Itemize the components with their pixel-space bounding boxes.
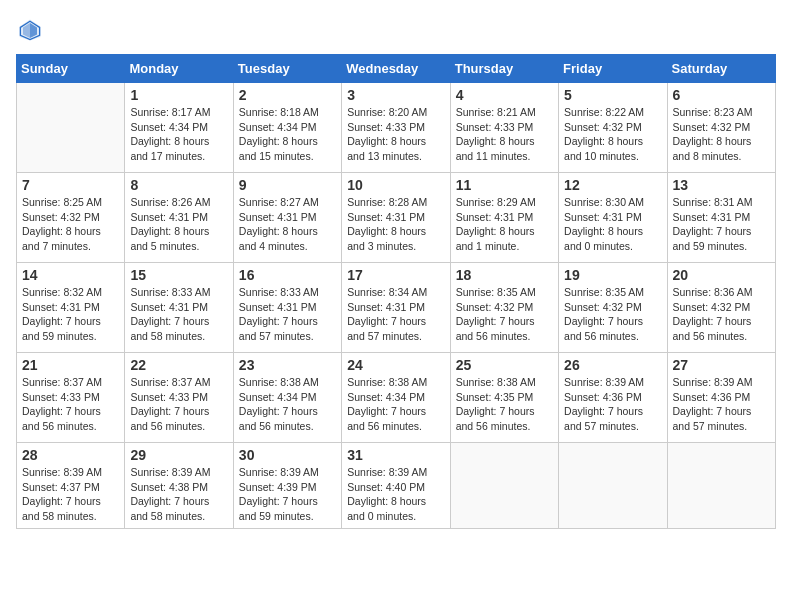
calendar-cell bbox=[17, 83, 125, 173]
calendar-cell: 29Sunrise: 8:39 AMSunset: 4:38 PMDayligh… bbox=[125, 443, 233, 529]
cell-info: Sunrise: 8:39 AMSunset: 4:36 PMDaylight:… bbox=[673, 375, 770, 434]
cell-info: Sunrise: 8:17 AMSunset: 4:34 PMDaylight:… bbox=[130, 105, 227, 164]
weekday-header: Tuesday bbox=[233, 55, 341, 83]
day-number: 27 bbox=[673, 357, 770, 373]
cell-info: Sunrise: 8:23 AMSunset: 4:32 PMDaylight:… bbox=[673, 105, 770, 164]
calendar-cell: 28Sunrise: 8:39 AMSunset: 4:37 PMDayligh… bbox=[17, 443, 125, 529]
weekday-header-row: SundayMondayTuesdayWednesdayThursdayFrid… bbox=[17, 55, 776, 83]
calendar-cell: 10Sunrise: 8:28 AMSunset: 4:31 PMDayligh… bbox=[342, 173, 450, 263]
day-number: 13 bbox=[673, 177, 770, 193]
calendar-cell bbox=[450, 443, 558, 529]
calendar-cell: 11Sunrise: 8:29 AMSunset: 4:31 PMDayligh… bbox=[450, 173, 558, 263]
cell-info: Sunrise: 8:33 AMSunset: 4:31 PMDaylight:… bbox=[239, 285, 336, 344]
calendar-cell: 27Sunrise: 8:39 AMSunset: 4:36 PMDayligh… bbox=[667, 353, 775, 443]
day-number: 31 bbox=[347, 447, 444, 463]
calendar-cell: 31Sunrise: 8:39 AMSunset: 4:40 PMDayligh… bbox=[342, 443, 450, 529]
day-number: 2 bbox=[239, 87, 336, 103]
calendar-cell: 2Sunrise: 8:18 AMSunset: 4:34 PMDaylight… bbox=[233, 83, 341, 173]
cell-info: Sunrise: 8:18 AMSunset: 4:34 PMDaylight:… bbox=[239, 105, 336, 164]
logo-icon bbox=[16, 16, 44, 44]
cell-info: Sunrise: 8:38 AMSunset: 4:35 PMDaylight:… bbox=[456, 375, 553, 434]
cell-info: Sunrise: 8:28 AMSunset: 4:31 PMDaylight:… bbox=[347, 195, 444, 254]
cell-info: Sunrise: 8:39 AMSunset: 4:36 PMDaylight:… bbox=[564, 375, 661, 434]
cell-info: Sunrise: 8:31 AMSunset: 4:31 PMDaylight:… bbox=[673, 195, 770, 254]
cell-info: Sunrise: 8:29 AMSunset: 4:31 PMDaylight:… bbox=[456, 195, 553, 254]
calendar-cell: 13Sunrise: 8:31 AMSunset: 4:31 PMDayligh… bbox=[667, 173, 775, 263]
cell-info: Sunrise: 8:32 AMSunset: 4:31 PMDaylight:… bbox=[22, 285, 119, 344]
calendar-cell: 22Sunrise: 8:37 AMSunset: 4:33 PMDayligh… bbox=[125, 353, 233, 443]
calendar-cell: 16Sunrise: 8:33 AMSunset: 4:31 PMDayligh… bbox=[233, 263, 341, 353]
day-number: 29 bbox=[130, 447, 227, 463]
calendar-cell: 18Sunrise: 8:35 AMSunset: 4:32 PMDayligh… bbox=[450, 263, 558, 353]
cell-info: Sunrise: 8:34 AMSunset: 4:31 PMDaylight:… bbox=[347, 285, 444, 344]
cell-info: Sunrise: 8:25 AMSunset: 4:32 PMDaylight:… bbox=[22, 195, 119, 254]
calendar-cell: 7Sunrise: 8:25 AMSunset: 4:32 PMDaylight… bbox=[17, 173, 125, 263]
cell-info: Sunrise: 8:39 AMSunset: 4:40 PMDaylight:… bbox=[347, 465, 444, 524]
cell-info: Sunrise: 8:22 AMSunset: 4:32 PMDaylight:… bbox=[564, 105, 661, 164]
calendar-cell: 19Sunrise: 8:35 AMSunset: 4:32 PMDayligh… bbox=[559, 263, 667, 353]
cell-info: Sunrise: 8:37 AMSunset: 4:33 PMDaylight:… bbox=[22, 375, 119, 434]
day-number: 4 bbox=[456, 87, 553, 103]
day-number: 14 bbox=[22, 267, 119, 283]
weekday-header: Thursday bbox=[450, 55, 558, 83]
day-number: 23 bbox=[239, 357, 336, 373]
day-number: 26 bbox=[564, 357, 661, 373]
day-number: 20 bbox=[673, 267, 770, 283]
day-number: 12 bbox=[564, 177, 661, 193]
calendar-cell: 26Sunrise: 8:39 AMSunset: 4:36 PMDayligh… bbox=[559, 353, 667, 443]
calendar-cell: 8Sunrise: 8:26 AMSunset: 4:31 PMDaylight… bbox=[125, 173, 233, 263]
calendar-cell: 1Sunrise: 8:17 AMSunset: 4:34 PMDaylight… bbox=[125, 83, 233, 173]
day-number: 15 bbox=[130, 267, 227, 283]
calendar-week-row: 7Sunrise: 8:25 AMSunset: 4:32 PMDaylight… bbox=[17, 173, 776, 263]
calendar-cell: 20Sunrise: 8:36 AMSunset: 4:32 PMDayligh… bbox=[667, 263, 775, 353]
calendar-cell: 14Sunrise: 8:32 AMSunset: 4:31 PMDayligh… bbox=[17, 263, 125, 353]
calendar-week-row: 28Sunrise: 8:39 AMSunset: 4:37 PMDayligh… bbox=[17, 443, 776, 529]
weekday-header: Wednesday bbox=[342, 55, 450, 83]
calendar-cell: 23Sunrise: 8:38 AMSunset: 4:34 PMDayligh… bbox=[233, 353, 341, 443]
calendar-cell: 4Sunrise: 8:21 AMSunset: 4:33 PMDaylight… bbox=[450, 83, 558, 173]
cell-info: Sunrise: 8:26 AMSunset: 4:31 PMDaylight:… bbox=[130, 195, 227, 254]
weekday-header: Sunday bbox=[17, 55, 125, 83]
day-number: 21 bbox=[22, 357, 119, 373]
cell-info: Sunrise: 8:35 AMSunset: 4:32 PMDaylight:… bbox=[564, 285, 661, 344]
calendar-cell: 21Sunrise: 8:37 AMSunset: 4:33 PMDayligh… bbox=[17, 353, 125, 443]
day-number: 28 bbox=[22, 447, 119, 463]
day-number: 24 bbox=[347, 357, 444, 373]
cell-info: Sunrise: 8:39 AMSunset: 4:39 PMDaylight:… bbox=[239, 465, 336, 524]
cell-info: Sunrise: 8:35 AMSunset: 4:32 PMDaylight:… bbox=[456, 285, 553, 344]
cell-info: Sunrise: 8:37 AMSunset: 4:33 PMDaylight:… bbox=[130, 375, 227, 434]
day-number: 1 bbox=[130, 87, 227, 103]
cell-info: Sunrise: 8:20 AMSunset: 4:33 PMDaylight:… bbox=[347, 105, 444, 164]
cell-info: Sunrise: 8:39 AMSunset: 4:37 PMDaylight:… bbox=[22, 465, 119, 524]
day-number: 10 bbox=[347, 177, 444, 193]
day-number: 3 bbox=[347, 87, 444, 103]
calendar-cell: 25Sunrise: 8:38 AMSunset: 4:35 PMDayligh… bbox=[450, 353, 558, 443]
calendar-cell bbox=[559, 443, 667, 529]
day-number: 5 bbox=[564, 87, 661, 103]
calendar-cell: 5Sunrise: 8:22 AMSunset: 4:32 PMDaylight… bbox=[559, 83, 667, 173]
calendar-cell: 6Sunrise: 8:23 AMSunset: 4:32 PMDaylight… bbox=[667, 83, 775, 173]
cell-info: Sunrise: 8:38 AMSunset: 4:34 PMDaylight:… bbox=[239, 375, 336, 434]
calendar-cell bbox=[667, 443, 775, 529]
day-number: 30 bbox=[239, 447, 336, 463]
calendar-cell: 30Sunrise: 8:39 AMSunset: 4:39 PMDayligh… bbox=[233, 443, 341, 529]
calendar: SundayMondayTuesdayWednesdayThursdayFrid… bbox=[16, 54, 776, 529]
day-number: 22 bbox=[130, 357, 227, 373]
logo bbox=[16, 16, 48, 44]
day-number: 7 bbox=[22, 177, 119, 193]
calendar-cell: 9Sunrise: 8:27 AMSunset: 4:31 PMDaylight… bbox=[233, 173, 341, 263]
day-number: 6 bbox=[673, 87, 770, 103]
day-number: 9 bbox=[239, 177, 336, 193]
cell-info: Sunrise: 8:36 AMSunset: 4:32 PMDaylight:… bbox=[673, 285, 770, 344]
header bbox=[16, 16, 776, 44]
cell-info: Sunrise: 8:30 AMSunset: 4:31 PMDaylight:… bbox=[564, 195, 661, 254]
day-number: 16 bbox=[239, 267, 336, 283]
day-number: 18 bbox=[456, 267, 553, 283]
day-number: 11 bbox=[456, 177, 553, 193]
cell-info: Sunrise: 8:27 AMSunset: 4:31 PMDaylight:… bbox=[239, 195, 336, 254]
calendar-week-row: 14Sunrise: 8:32 AMSunset: 4:31 PMDayligh… bbox=[17, 263, 776, 353]
cell-info: Sunrise: 8:33 AMSunset: 4:31 PMDaylight:… bbox=[130, 285, 227, 344]
calendar-cell: 3Sunrise: 8:20 AMSunset: 4:33 PMDaylight… bbox=[342, 83, 450, 173]
day-number: 17 bbox=[347, 267, 444, 283]
calendar-week-row: 1Sunrise: 8:17 AMSunset: 4:34 PMDaylight… bbox=[17, 83, 776, 173]
